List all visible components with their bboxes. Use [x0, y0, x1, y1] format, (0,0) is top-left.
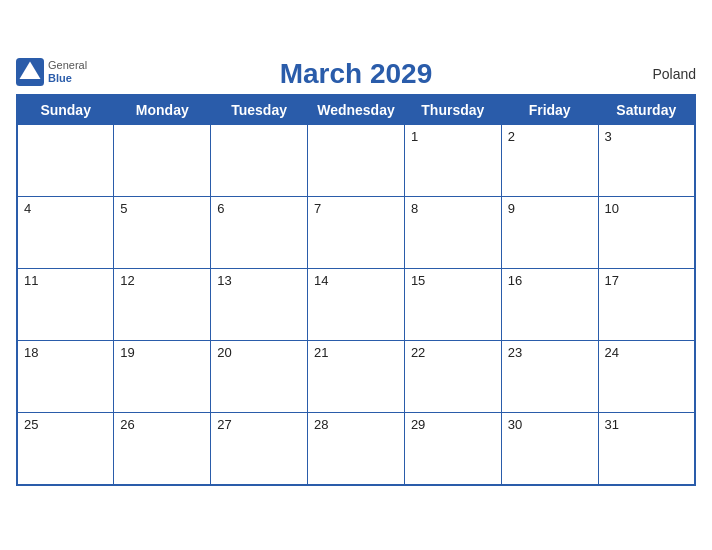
day-number: 31 — [605, 417, 619, 432]
calendar-day-cell: 2 — [501, 125, 598, 197]
calendar-day-cell: 3 — [598, 125, 695, 197]
day-number: 23 — [508, 345, 522, 360]
day-number: 4 — [24, 201, 31, 216]
col-tuesday: Tuesday — [211, 95, 308, 125]
col-saturday: Saturday — [598, 95, 695, 125]
calendar-day-cell: 25 — [17, 413, 114, 485]
calendar-day-cell: 17 — [598, 269, 695, 341]
day-number: 16 — [508, 273, 522, 288]
calendar-day-cell: 24 — [598, 341, 695, 413]
day-number: 27 — [217, 417, 231, 432]
generalblue-logo-icon — [16, 58, 44, 86]
calendar-day-cell: 12 — [114, 269, 211, 341]
calendar-day-cell — [114, 125, 211, 197]
calendar-day-cell: 11 — [17, 269, 114, 341]
day-number: 12 — [120, 273, 134, 288]
day-number: 26 — [120, 417, 134, 432]
day-number: 10 — [605, 201, 619, 216]
calendar-title: March 2029 — [16, 58, 696, 90]
calendar-day-cell: 29 — [404, 413, 501, 485]
calendar-body: 1234567891011121314151617181920212223242… — [17, 125, 695, 485]
calendar-day-cell: 6 — [211, 197, 308, 269]
day-number: 6 — [217, 201, 224, 216]
calendar-day-cell — [308, 125, 405, 197]
calendar-week-row: 45678910 — [17, 197, 695, 269]
col-monday: Monday — [114, 95, 211, 125]
day-number: 24 — [605, 345, 619, 360]
calendar-week-row: 25262728293031 — [17, 413, 695, 485]
calendar-day-cell: 19 — [114, 341, 211, 413]
calendar-header: General Blue March 2029 Poland — [16, 58, 696, 90]
day-number: 7 — [314, 201, 321, 216]
calendar-day-cell: 20 — [211, 341, 308, 413]
day-number: 14 — [314, 273, 328, 288]
day-number: 19 — [120, 345, 134, 360]
calendar-day-cell: 26 — [114, 413, 211, 485]
calendar-day-cell: 16 — [501, 269, 598, 341]
calendar-day-cell — [211, 125, 308, 197]
day-number: 17 — [605, 273, 619, 288]
day-number: 18 — [24, 345, 38, 360]
day-number: 29 — [411, 417, 425, 432]
calendar-day-cell: 15 — [404, 269, 501, 341]
day-number: 13 — [217, 273, 231, 288]
calendar-week-row: 18192021222324 — [17, 341, 695, 413]
calendar-day-cell: 10 — [598, 197, 695, 269]
day-number: 21 — [314, 345, 328, 360]
calendar-day-cell: 1 — [404, 125, 501, 197]
day-number: 11 — [24, 273, 38, 288]
day-number: 25 — [24, 417, 38, 432]
day-number: 2 — [508, 129, 515, 144]
calendar-container: General Blue March 2029 Poland Sunday Mo… — [0, 48, 712, 502]
day-number: 28 — [314, 417, 328, 432]
day-number: 22 — [411, 345, 425, 360]
day-number: 20 — [217, 345, 231, 360]
calendar-week-row: 11121314151617 — [17, 269, 695, 341]
calendar-day-cell: 8 — [404, 197, 501, 269]
days-of-week-row: Sunday Monday Tuesday Wednesday Thursday… — [17, 95, 695, 125]
calendar-day-cell: 23 — [501, 341, 598, 413]
calendar-day-cell: 27 — [211, 413, 308, 485]
calendar-day-cell: 7 — [308, 197, 405, 269]
day-number: 9 — [508, 201, 515, 216]
logo-general-text: General — [48, 59, 87, 72]
calendar-week-row: 123 — [17, 125, 695, 197]
calendar-table: Sunday Monday Tuesday Wednesday Thursday… — [16, 94, 696, 486]
logo-text: General Blue — [48, 59, 87, 85]
calendar-day-cell: 9 — [501, 197, 598, 269]
day-number: 8 — [411, 201, 418, 216]
day-number: 15 — [411, 273, 425, 288]
day-number: 3 — [605, 129, 612, 144]
logo-blue-text: Blue — [48, 72, 87, 85]
col-thursday: Thursday — [404, 95, 501, 125]
country-label: Poland — [652, 66, 696, 82]
calendar-day-cell: 22 — [404, 341, 501, 413]
col-friday: Friday — [501, 95, 598, 125]
calendar-day-cell: 28 — [308, 413, 405, 485]
calendar-day-cell: 4 — [17, 197, 114, 269]
day-number: 5 — [120, 201, 127, 216]
calendar-day-cell: 31 — [598, 413, 695, 485]
day-number: 30 — [508, 417, 522, 432]
col-wednesday: Wednesday — [308, 95, 405, 125]
day-number: 1 — [411, 129, 418, 144]
calendar-day-cell: 14 — [308, 269, 405, 341]
calendar-day-cell: 18 — [17, 341, 114, 413]
calendar-day-cell: 30 — [501, 413, 598, 485]
col-sunday: Sunday — [17, 95, 114, 125]
calendar-day-cell — [17, 125, 114, 197]
calendar-day-cell: 5 — [114, 197, 211, 269]
logo-area: General Blue — [16, 58, 87, 86]
calendar-day-cell: 21 — [308, 341, 405, 413]
calendar-day-cell: 13 — [211, 269, 308, 341]
